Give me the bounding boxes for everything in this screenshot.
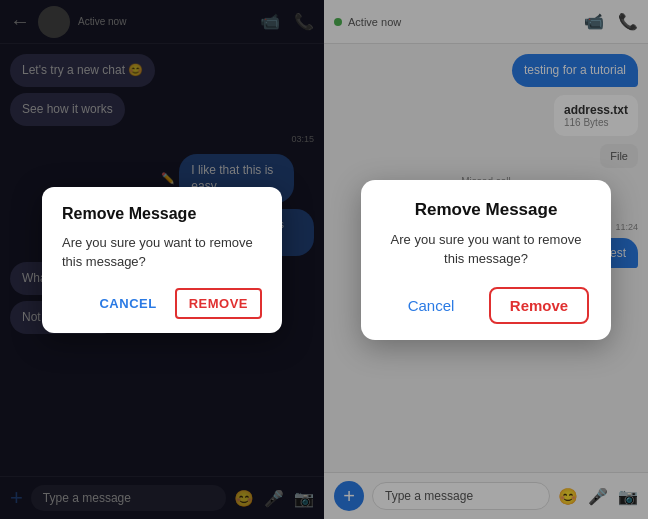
left-remove-dialog: Remove Message Are you sure you want to …	[42, 187, 282, 333]
dialog-title: Remove Message	[62, 205, 262, 223]
dialog-body: Are you sure you want to remove this mes…	[62, 233, 262, 272]
remove-button[interactable]: Remove	[489, 287, 589, 324]
cancel-button[interactable]: Cancel	[383, 287, 479, 324]
dialog-title: Remove Message	[383, 200, 589, 220]
left-panel: ← Active now 📹 📞 Let's try a new chat 😊 …	[0, 0, 324, 519]
right-remove-dialog: Remove Message Are you sure you want to …	[361, 180, 611, 340]
dialog-buttons: CANCEL REMOVE	[62, 288, 262, 319]
left-dialog-overlay: Remove Message Are you sure you want to …	[0, 0, 324, 519]
dialog-buttons: Cancel Remove	[383, 287, 589, 324]
cancel-button[interactable]: CANCEL	[91, 288, 164, 319]
right-panel: Active now 📹 📞 testing for a tutorial ad…	[324, 0, 648, 519]
dialog-body: Are you sure you want to remove this mes…	[383, 230, 589, 269]
remove-button[interactable]: REMOVE	[175, 288, 262, 319]
right-dialog-overlay: Remove Message Are you sure you want to …	[324, 0, 648, 519]
